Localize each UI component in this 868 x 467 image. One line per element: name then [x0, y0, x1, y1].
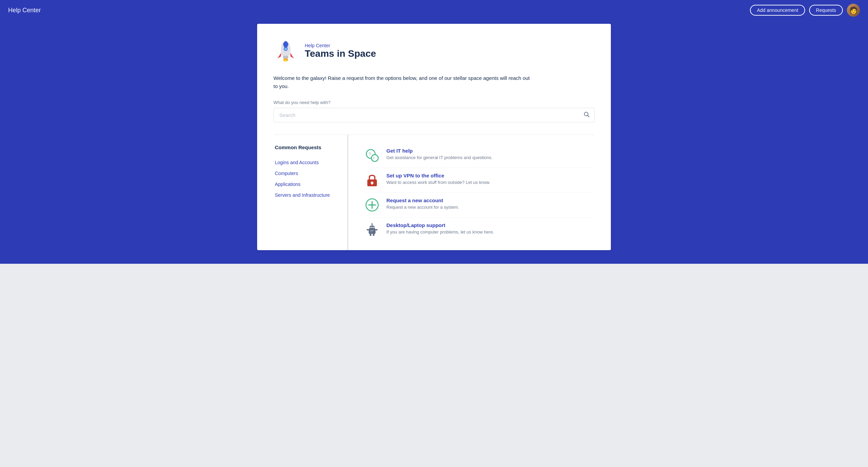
request-desc-vpn: Want to access work stuff from outside? … [386, 180, 490, 185]
svg-text:?: ? [369, 152, 371, 156]
hero-background: Help Center Teams in Space Welcome to th… [0, 20, 868, 264]
add-announcement-button[interactable]: Add announcement [750, 5, 805, 16]
request-item-it-help: ? ? Get IT help Get assistance for gener… [365, 143, 595, 168]
svg-rect-27 [373, 234, 374, 236]
sidebar-link-applications[interactable]: Applications [273, 179, 347, 190]
brand-label: Help Center [305, 43, 376, 48]
svg-rect-25 [375, 229, 378, 230]
request-title-vpn[interactable]: Set up VPN to the office [386, 173, 490, 178]
svg-point-10 [371, 155, 378, 161]
sidebar: Common Requests Logins and Accounts Comp… [273, 135, 348, 250]
svg-rect-14 [371, 183, 373, 185]
header: Help Center Add announcement Requests 🧑 [0, 0, 868, 20]
welcome-text: Welcome to the galaxy! Raise a request f… [273, 74, 532, 90]
sidebar-link-servers[interactable]: Servers and Infrastructure [273, 190, 347, 201]
new-account-icon [365, 197, 380, 212]
desktop-support-icon [365, 222, 380, 237]
avatar[interactable]: 🧑 [847, 4, 860, 17]
request-title-new-account[interactable]: Request a new account [386, 197, 459, 203]
header-title: Help Center [8, 7, 41, 14]
svg-text:?: ? [373, 157, 374, 160]
search-icon [584, 111, 590, 119]
svg-rect-18 [369, 228, 375, 234]
main-card: Help Center Teams in Space Welcome to th… [257, 24, 611, 250]
svg-rect-26 [370, 234, 371, 236]
request-desc-it-help: Get assistance for general IT problems a… [386, 155, 493, 160]
request-item-desktop-support: Desktop/Laptop support If you are having… [365, 218, 595, 242]
rocket-icon [273, 37, 298, 65]
request-info-new-account: Request a new account Request a new acco… [386, 197, 459, 210]
svg-rect-24 [367, 229, 369, 230]
request-title-desktop-support[interactable]: Desktop/Laptop support [386, 222, 494, 228]
content-area: Common Requests Logins and Accounts Comp… [273, 135, 595, 250]
brand-text: Help Center Teams in Space [305, 43, 376, 59]
it-help-icon: ? ? [365, 148, 380, 163]
svg-point-3 [284, 48, 287, 50]
request-title-it-help[interactable]: Get IT help [386, 148, 493, 154]
svg-point-21 [372, 227, 374, 228]
requests-button[interactable]: Requests [809, 5, 843, 16]
brand-section: Help Center Teams in Space [273, 37, 595, 65]
avatar-image: 🧑 [847, 4, 860, 17]
search-container [273, 108, 595, 122]
request-info-desktop-support: Desktop/Laptop support If you are having… [386, 222, 494, 235]
body-section [0, 264, 868, 332]
brand-name: Teams in Space [305, 48, 376, 59]
svg-point-6 [284, 59, 287, 62]
request-info-vpn: Set up VPN to the office Want to access … [386, 173, 490, 185]
request-info-it-help: Get IT help Get assistance for general I… [386, 148, 493, 160]
sidebar-link-logins[interactable]: Logins and Accounts [273, 157, 347, 168]
request-item-new-account: Request a new account Request a new acco… [365, 193, 595, 218]
svg-point-23 [371, 223, 373, 225]
search-input[interactable] [273, 108, 595, 122]
svg-rect-4 [283, 56, 288, 58]
svg-point-20 [370, 227, 372, 228]
sidebar-link-computers[interactable]: Computers [273, 168, 347, 179]
request-item-vpn: Set up VPN to the office Want to access … [365, 168, 595, 193]
request-desc-new-account: Request a new account for a system. [386, 205, 459, 210]
vpn-icon [365, 173, 380, 188]
request-list: ? ? Get IT help Get assistance for gener… [348, 135, 595, 250]
sidebar-heading: Common Requests [273, 144, 347, 150]
request-desc-desktop-support: If you are having computer problems, let… [386, 229, 494, 235]
search-label: What do you need help with? [273, 100, 595, 105]
header-actions: Add announcement Requests 🧑 [750, 4, 860, 17]
